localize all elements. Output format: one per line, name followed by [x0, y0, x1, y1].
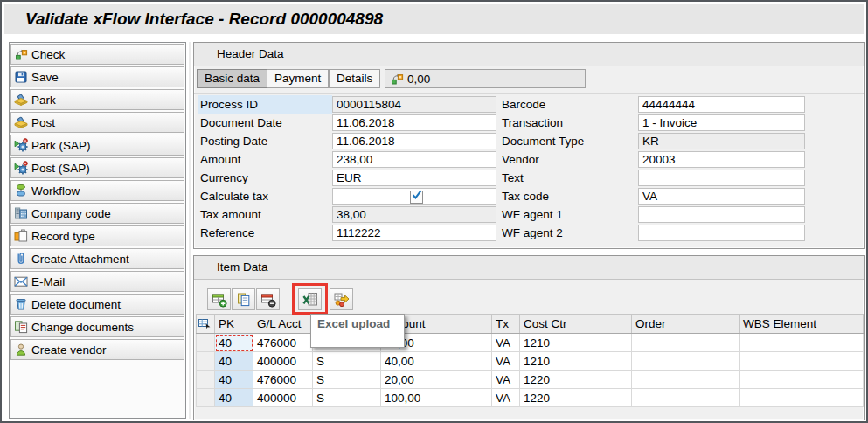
header-tab-bar: Basic data Payment Details 0,00 [194, 66, 864, 94]
balance-button[interactable]: 0,00 [385, 69, 586, 88]
row-selector[interactable] [197, 389, 215, 407]
save-icon [14, 70, 28, 84]
column-header-tx[interactable]: Tx [492, 315, 520, 334]
sidebar-button-post[interactable]: Post [10, 112, 184, 133]
excel-upload-button[interactable] [298, 288, 322, 310]
excel-upload-icon [302, 292, 318, 308]
check-icon [390, 72, 404, 86]
app-window: Validate xFlow Interface - Record 000000… [0, 0, 868, 423]
column-header-gl-acct[interactable]: G/L Acct [253, 315, 313, 334]
cell-indicator[interactable]: S [313, 389, 381, 407]
sidebar-button-park-sap[interactable]: Park (SAP) [10, 135, 184, 156]
wf-agent-2-field[interactable] [638, 225, 805, 241]
sidebar-button-delete-document[interactable]: Delete document [10, 294, 184, 315]
copy-row-icon [236, 292, 252, 308]
sidebar-button-park[interactable]: Park [10, 89, 184, 110]
cell-order[interactable] [632, 371, 740, 389]
cell-wbs[interactable] [740, 371, 864, 389]
cell-amount[interactable]: 20,00 [381, 371, 492, 389]
cell-gl-acct[interactable]: 476000 [253, 334, 313, 352]
cell-gl-acct[interactable]: 400000 [253, 389, 313, 407]
field-row: Posting Date 11.06.2018 Document Type KR [194, 132, 864, 150]
cell-indicator[interactable]: S [313, 352, 381, 371]
process-id-field[interactable]: 0000115804 [332, 96, 496, 113]
tab-details[interactable]: Details [329, 69, 380, 88]
barcode-label: Barcode [499, 95, 638, 114]
posting-date-field[interactable]: 11.06.2018 [332, 133, 496, 149]
tab-payment[interactable]: Payment [267, 69, 329, 88]
email-icon [14, 274, 28, 288]
cell-pk[interactable]: 40 [215, 334, 253, 352]
cell-cost-ctr[interactable]: 1210 [520, 334, 632, 352]
amount-field[interactable]: 238,00 [332, 151, 496, 168]
sidebar-button-check[interactable]: Check [10, 44, 184, 65]
wf-agent-1-field[interactable] [638, 206, 805, 223]
cell-cost-ctr[interactable]: 1210 [520, 352, 632, 371]
delete-row-button[interactable] [256, 288, 280, 310]
sidebar-button-label: Check [31, 48, 65, 61]
transaction-label: Transaction [499, 114, 638, 132]
cell-cost-ctr[interactable]: 1220 [520, 389, 632, 407]
vendor-field[interactable]: 20003 [638, 151, 805, 168]
park-icon [14, 93, 28, 107]
transaction-field[interactable]: 1 - Invoice [638, 114, 805, 131]
cell-cost-ctr[interactable]: 1220 [520, 371, 632, 389]
row-selector[interactable] [197, 352, 215, 371]
tax-code-field[interactable]: VA [638, 188, 805, 205]
tab-basic-data[interactable]: Basic data [197, 69, 267, 88]
cell-pk[interactable]: 40 [215, 352, 253, 371]
page-title: Validate xFlow Interface - Record 000000… [4, 4, 864, 34]
insert-row-button[interactable] [207, 288, 231, 310]
cell-pk[interactable]: 40 [215, 389, 253, 407]
copy-row-button[interactable] [232, 288, 255, 310]
row-selector[interactable] [197, 371, 215, 389]
document-type-field[interactable]: KR [638, 133, 805, 149]
transfer-items-icon [334, 292, 350, 308]
sidebar-button-email[interactable]: E-Mail [10, 271, 184, 292]
cell-tx[interactable]: VA [492, 352, 520, 371]
sidebar-button-save[interactable]: Save [10, 66, 184, 87]
cell-wbs[interactable] [740, 352, 864, 371]
column-header-wbs-element[interactable]: WBS Element [740, 315, 864, 334]
sidebar-button-change-documents[interactable]: Change documents [10, 316, 184, 337]
cell-tx[interactable]: VA [492, 334, 520, 352]
sidebar-button-workflow[interactable]: Workflow [10, 180, 184, 201]
cell-indicator[interactable]: S [313, 371, 381, 389]
cell-amount[interactable]: 40,00 [381, 352, 492, 371]
cell-order[interactable] [632, 352, 740, 371]
calculate-tax-checkbox[interactable] [410, 191, 423, 204]
sidebar-button-label: Company code [31, 207, 111, 220]
cell-order[interactable] [632, 389, 740, 407]
sidebar-button-create-vendor[interactable]: Create vendor [10, 339, 184, 360]
column-header-pk[interactable]: PK [215, 315, 253, 334]
cell-gl-acct[interactable]: 476000 [253, 371, 313, 389]
field-row: Amount 238,00 Vendor 20003 [194, 150, 864, 169]
sidebar-button-record-type[interactable]: Record type [10, 225, 184, 246]
cell-pk[interactable]: 40 [215, 371, 253, 389]
cell-tx[interactable]: VA [492, 371, 520, 389]
reference-field[interactable]: 1112222 [332, 225, 496, 241]
cell-tx[interactable]: VA [492, 389, 520, 407]
checkmark-icon [411, 189, 423, 201]
cell-amount[interactable]: 100,00 [381, 389, 492, 407]
currency-field[interactable]: EUR [332, 170, 496, 186]
row-selector[interactable] [197, 334, 215, 352]
transfer-items-button[interactable] [330, 288, 353, 310]
column-header-cost-ctr[interactable]: Cost Ctr [520, 315, 632, 334]
table-row: 40 400000 S 100,00 VA 1220 [197, 389, 864, 407]
sidebar-button-post-sap[interactable]: Post (SAP) [10, 157, 184, 178]
sidebar-splitter[interactable] [188, 42, 191, 419]
cell-order[interactable] [632, 334, 740, 352]
sidebar-button-company-code[interactable]: Company code [10, 203, 184, 224]
cell-wbs[interactable] [740, 334, 864, 352]
cell-gl-acct[interactable]: 400000 [253, 352, 313, 371]
text-field[interactable] [638, 170, 805, 186]
cell-wbs[interactable] [740, 389, 864, 407]
barcode-field[interactable]: 44444444 [638, 96, 805, 113]
document-date-field[interactable]: 11.06.2018 [332, 114, 496, 131]
tax-amount-field[interactable]: 38,00 [332, 206, 496, 223]
select-all-button[interactable] [197, 315, 215, 334]
delete-row-icon [260, 292, 276, 308]
column-header-order[interactable]: Order [632, 315, 740, 334]
sidebar-button-create-attachment[interactable]: Create Attachment [10, 248, 184, 269]
